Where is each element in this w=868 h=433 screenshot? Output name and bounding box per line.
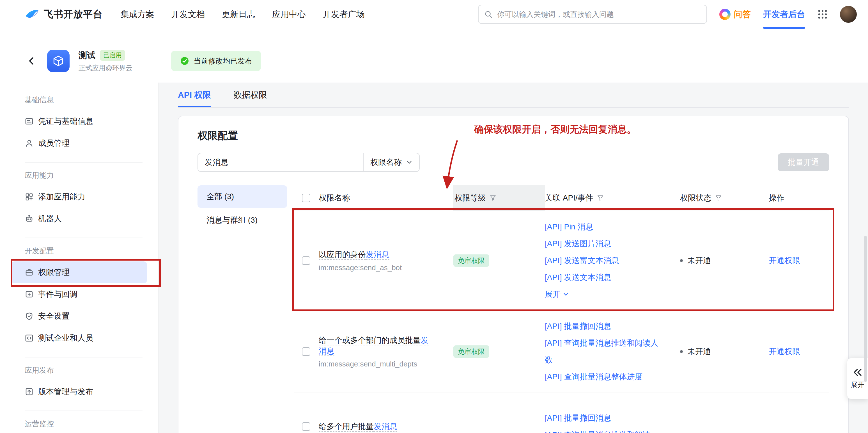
- sidebar-item-version-release[interactable]: 版本管理与发布: [11, 381, 147, 403]
- square-plus-icon: [25, 290, 34, 299]
- section-title: 运营监控: [25, 419, 143, 429]
- sidebar-section-ops: 运营监控: [0, 419, 158, 429]
- upload-icon: [25, 387, 34, 396]
- column-header-status[interactable]: 权限状态: [680, 185, 769, 211]
- api-link[interactable]: [API] 发送图片消息: [545, 235, 660, 252]
- row-checkbox[interactable]: [302, 256, 310, 265]
- global-search[interactable]: [478, 5, 707, 24]
- id-card-icon: [25, 117, 34, 126]
- expand-apis-link[interactable]: 展开: [545, 286, 569, 303]
- sidebar-item-events[interactable]: 事件与回调: [11, 283, 147, 305]
- nav-item-docs[interactable]: 开发文档: [171, 9, 205, 20]
- feishu-logo-icon: [25, 7, 39, 22]
- global-search-input[interactable]: [497, 10, 701, 19]
- permission-tabs: API 权限 数据权限: [178, 89, 849, 107]
- brand-name: 飞书开放平台: [44, 8, 103, 21]
- page-body: 基础信息 凭证与基础信息 成员管理 应用能力 添加应用能力: [0, 83, 868, 433]
- api-link[interactable]: [API] 批量撤回消息: [545, 318, 660, 335]
- search-type-value: 权限名称: [370, 157, 402, 168]
- permission-name: 给多个用户批量发消息: [319, 422, 397, 431]
- nav-item-integration[interactable]: 集成方案: [121, 9, 154, 20]
- code-brackets-icon: [25, 334, 34, 343]
- scrollbar[interactable]: [864, 236, 867, 382]
- grid-plus-icon: [25, 192, 34, 201]
- level-badge: 免审权限: [453, 254, 489, 267]
- sidebar-item-label: 版本管理与发布: [38, 386, 93, 397]
- nav-item-dev-plaza[interactable]: 开发者广场: [322, 9, 365, 20]
- app-header: 测试 已启用 正式应用@环界云 当前修改均已发布: [0, 29, 868, 83]
- api-link[interactable]: [API] 查询批量消息推送和阅读人数: [545, 335, 660, 368]
- sidebar-item-label: 成员管理: [38, 138, 69, 148]
- permission-table: 权限名称 权限等级 关联 API/事件 权限状态: [294, 185, 829, 433]
- nav-qa[interactable]: 问答: [719, 9, 751, 20]
- chevron-down-icon: [563, 291, 569, 297]
- status-cell: 未开通: [680, 346, 769, 357]
- row-checkbox[interactable]: [302, 347, 310, 356]
- nav-console[interactable]: 开发者后台: [763, 9, 805, 20]
- brand[interactable]: 飞书开放平台: [25, 7, 103, 22]
- filter-icon: [597, 194, 604, 202]
- check-circle-icon: [180, 56, 189, 65]
- nav-item-app-center[interactable]: 应用中心: [272, 9, 306, 20]
- apps-grid-icon[interactable]: [817, 9, 828, 19]
- sidebar-item-bot[interactable]: 机器人: [11, 208, 147, 230]
- card-body: 全部 (3) 消息与群组 (3) 权限名称 权限等级: [197, 185, 829, 433]
- api-link[interactable]: [API] 查询批量消息整体进度: [545, 368, 660, 385]
- section-title: 应用能力: [25, 170, 143, 180]
- qa-icon: [719, 9, 731, 20]
- robot-icon: [25, 214, 34, 223]
- cube-icon: [51, 54, 66, 68]
- sidebar-item-add-capability[interactable]: 添加应用能力: [11, 186, 147, 208]
- back-button[interactable]: [25, 54, 38, 68]
- search-type-select[interactable]: 权限名称: [363, 153, 420, 172]
- permission-search-input[interactable]: [197, 153, 363, 172]
- primary-nav: 集成方案 开发文档 更新日志 应用中心 开发者广场: [121, 9, 365, 20]
- tab-data-permission[interactable]: 数据权限: [234, 89, 267, 107]
- row-checkbox[interactable]: [302, 422, 310, 431]
- open-permission-link[interactable]: 开通权限: [769, 347, 800, 356]
- permission-name-cell: 给一个或多个部门的成员批量发消息 im:message:send_multi_d…: [319, 335, 453, 368]
- sidebar-item-members[interactable]: 成员管理: [11, 132, 147, 154]
- column-header-level[interactable]: 权限等级: [453, 185, 545, 211]
- column-header-action: 操作: [769, 185, 829, 211]
- batch-open-button[interactable]: 批量开通: [778, 153, 829, 171]
- section-title: 应用发布: [25, 365, 143, 375]
- sidebar-item-label: 安全设置: [38, 311, 69, 321]
- nav-item-changelog[interactable]: 更新日志: [222, 9, 255, 20]
- sidebar-item-security[interactable]: 安全设置: [11, 305, 147, 327]
- api-link[interactable]: [API] Pin 消息: [545, 219, 660, 235]
- permission-search-group: 权限名称: [197, 153, 420, 172]
- category-message-group[interactable]: 消息与群组 (3): [197, 209, 287, 231]
- table-row: 给多个用户批量发消息 [API] 批量撤回消息 [API] 查询批量消息推送和阅…: [294, 393, 829, 433]
- api-list: [API] Pin 消息 [API] 发送图片消息 [API] 发送富文本消息 …: [545, 219, 680, 303]
- table-row: 给一个或多个部门的成员批量发消息 im:message:send_multi_d…: [294, 311, 829, 393]
- divider: [25, 162, 143, 163]
- section-title: 开发配置: [25, 246, 143, 256]
- status-cell: 未开通: [680, 255, 769, 266]
- api-link[interactable]: [API] 发送富文本消息: [545, 252, 660, 269]
- sidebar-item-permissions[interactable]: 权限管理: [11, 261, 147, 283]
- double-chevron-left-icon: [852, 368, 863, 377]
- api-link[interactable]: [API] 发送文本消息: [545, 269, 660, 286]
- publish-banner-text: 当前修改均已发布: [193, 56, 252, 66]
- publish-banner: 当前修改均已发布: [171, 51, 261, 71]
- briefcase-icon: [25, 268, 34, 277]
- category-all[interactable]: 全部 (3): [197, 185, 287, 208]
- api-list: [API] 批量撤回消息 [API] 查询批量消息推送和阅读: [545, 410, 680, 433]
- sidebar-item-test-org[interactable]: 测试企业和人员: [11, 327, 147, 349]
- open-permission-link[interactable]: 开通权限: [769, 256, 800, 265]
- select-all-checkbox[interactable]: [302, 194, 310, 202]
- card-title: 权限配置: [197, 128, 829, 143]
- api-link[interactable]: [API] 查询批量消息推送和阅读: [545, 427, 660, 433]
- column-header-api[interactable]: 关联 API/事件: [545, 185, 680, 211]
- sidebar-item-credentials[interactable]: 凭证与基础信息: [11, 110, 147, 132]
- status-badge: 已启用: [100, 50, 125, 61]
- user-icon: [25, 139, 34, 148]
- sidebar-item-label: 权限管理: [38, 267, 69, 278]
- filter-icon: [715, 194, 722, 202]
- api-link[interactable]: [API] 批量撤回消息: [545, 410, 660, 427]
- status-dot-icon: [680, 350, 683, 353]
- user-avatar[interactable]: [840, 6, 857, 23]
- navbar-right: 问答 开发者后台: [478, 5, 857, 24]
- tab-api-permission[interactable]: API 权限: [178, 89, 211, 107]
